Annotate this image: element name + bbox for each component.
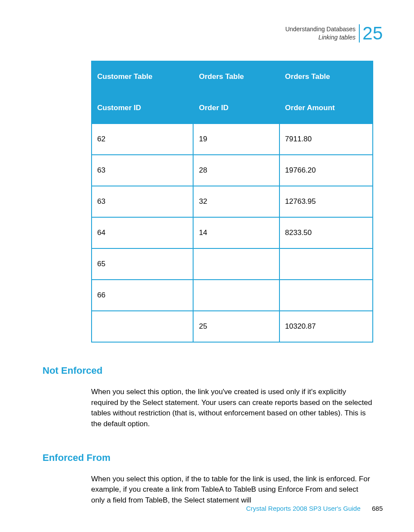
cell: 8233.50: [279, 217, 373, 248]
header-title: Understanding Databases: [285, 25, 355, 33]
chapter-number: 25: [359, 24, 383, 42]
page-footer: Crystal Reports 2008 SP3 User's Guide 68…: [246, 505, 383, 512]
table-row: 63 32 12763.95: [92, 186, 373, 217]
table-header-row-1: Customer Table Orders Table Orders Table: [92, 61, 373, 92]
col-subheader: Customer ID: [92, 92, 193, 124]
col-header: Orders Table: [193, 61, 279, 92]
table-row: 63 28 19766.20: [92, 155, 373, 186]
linking-table: Customer Table Orders Table Orders Table…: [91, 61, 373, 343]
cell: 63: [92, 155, 193, 186]
cell: [193, 280, 279, 311]
cell: 7911.80: [279, 124, 373, 155]
cell: 19766.20: [279, 155, 373, 186]
col-subheader: Order ID: [193, 92, 279, 124]
table-header-row-2: Customer ID Order ID Order Amount: [92, 92, 373, 124]
cell: [279, 280, 373, 311]
col-header: Orders Table: [279, 61, 373, 92]
section-not-enforced: Not Enforced When you select this option…: [91, 365, 373, 430]
cell: 19: [193, 124, 279, 155]
cell: [279, 248, 373, 280]
cell: 14: [193, 217, 279, 248]
cell: 66: [92, 280, 193, 311]
header-subtitle: Linking tables: [285, 33, 355, 42]
table-row: 64 14 8233.50: [92, 217, 373, 248]
table-row: 62 19 7911.80: [92, 124, 373, 155]
col-header: Customer Table: [92, 61, 193, 92]
cell: 12763.95: [279, 186, 373, 217]
cell: [193, 248, 279, 280]
footer-doc-title: Crystal Reports 2008 SP3 User's Guide: [246, 505, 361, 512]
cell: 25: [193, 311, 279, 342]
col-subheader: Order Amount: [279, 92, 373, 124]
cell: 28: [193, 155, 279, 186]
section-enforced-from: Enforced From When you select this optio…: [91, 452, 373, 506]
cell: [92, 311, 193, 342]
cell: 64: [92, 217, 193, 248]
table-row: 65: [92, 248, 373, 280]
cell: 65: [92, 248, 193, 280]
table-row: 66: [92, 280, 373, 311]
page-header: Understanding Databases Linking tables 2…: [285, 24, 383, 42]
page-content: Customer Table Orders Table Orders Table…: [91, 61, 373, 506]
cell: 63: [92, 186, 193, 217]
footer-page-number: 685: [372, 505, 383, 512]
section-heading: Enforced From: [43, 452, 373, 463]
table-row: 25 10320.87: [92, 311, 373, 342]
section-body: When you select this option, the link yo…: [91, 387, 373, 430]
header-text: Understanding Databases Linking tables: [285, 25, 355, 42]
cell: 10320.87: [279, 311, 373, 342]
section-body: When you select this option, if the to t…: [91, 474, 373, 506]
section-heading: Not Enforced: [43, 365, 373, 376]
cell: 32: [193, 186, 279, 217]
cell: 62: [92, 124, 193, 155]
